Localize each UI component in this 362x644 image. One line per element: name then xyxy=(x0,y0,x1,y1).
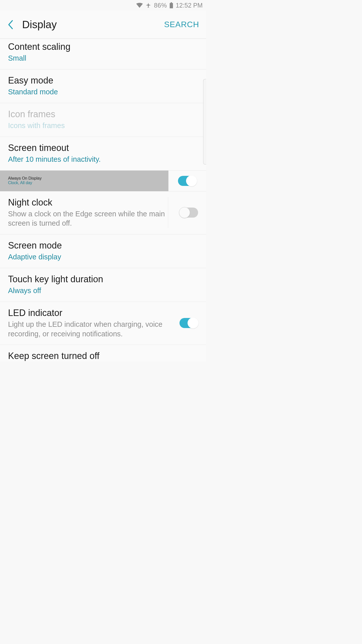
item-title: LED indicator xyxy=(8,307,168,318)
item-icon-frames: Icon frames Icons with frames xyxy=(0,103,206,137)
item-subtitle: Light up the LED indicator when charging… xyxy=(8,320,168,339)
item-touch-key-light[interactable]: Touch key light duration Always off xyxy=(0,268,206,302)
item-subtitle: Icons with frames xyxy=(8,121,198,131)
toggle-led-indicator[interactable] xyxy=(179,318,198,328)
item-title: Touch key light duration xyxy=(8,274,198,285)
item-title: Keep screen turned off xyxy=(8,350,198,361)
item-title: Night clock xyxy=(8,197,168,208)
svg-rect-1 xyxy=(170,3,173,8)
item-subtitle: Standard mode xyxy=(8,87,198,97)
battery-percentage: 86% xyxy=(154,2,167,9)
item-title: Screen timeout xyxy=(8,142,198,153)
item-title: Always On Display xyxy=(8,176,160,181)
item-subtitle: Always off xyxy=(8,286,198,296)
svg-rect-0 xyxy=(171,2,172,3)
wifi-icon xyxy=(136,3,143,8)
app-bar: Display SEARCH xyxy=(0,11,206,39)
page-title: Display xyxy=(22,19,164,31)
item-always-on-display[interactable]: Always On Display Clock, All day xyxy=(0,171,206,191)
toggle-always-on-display[interactable] xyxy=(178,176,197,186)
scroll-handle[interactable] xyxy=(203,79,206,165)
settings-list: Content scaling Small Easy mode Standard… xyxy=(0,39,206,361)
item-subtitle: After 10 minutes of inactivity. xyxy=(8,155,198,164)
item-content-scaling[interactable]: Content scaling Small xyxy=(0,39,206,69)
item-title: Icon frames xyxy=(8,109,198,119)
item-keep-screen-off[interactable]: Keep screen turned off xyxy=(0,345,206,361)
item-screen-timeout[interactable]: Screen timeout After 10 minutes of inact… xyxy=(0,137,206,171)
search-button[interactable]: SEARCH xyxy=(164,20,199,29)
clock-time: 12:52 PM xyxy=(176,2,203,9)
item-led-indicator[interactable]: LED indicator Light up the LED indicator… xyxy=(0,302,206,345)
item-night-clock[interactable]: Night clock Show a clock on the Edge scr… xyxy=(0,191,206,235)
item-subtitle: Small xyxy=(8,54,198,63)
item-title: Easy mode xyxy=(8,75,198,86)
item-subtitle: Clock, All day xyxy=(8,181,160,185)
item-subtitle: Show a clock on the Edge screen while th… xyxy=(8,209,168,228)
battery-icon xyxy=(169,2,173,8)
item-easy-mode[interactable]: Easy mode Standard mode xyxy=(0,69,206,103)
item-title: Screen mode xyxy=(8,240,198,251)
item-subtitle: Adaptive display xyxy=(8,252,198,262)
toggle-night-clock[interactable] xyxy=(179,208,198,218)
item-screen-mode[interactable]: Screen mode Adaptive display xyxy=(0,234,206,268)
airplane-mode-icon xyxy=(145,2,151,8)
status-bar: 86% 12:52 PM xyxy=(0,0,206,11)
back-icon[interactable] xyxy=(6,20,15,30)
item-title: Content scaling xyxy=(8,41,198,52)
